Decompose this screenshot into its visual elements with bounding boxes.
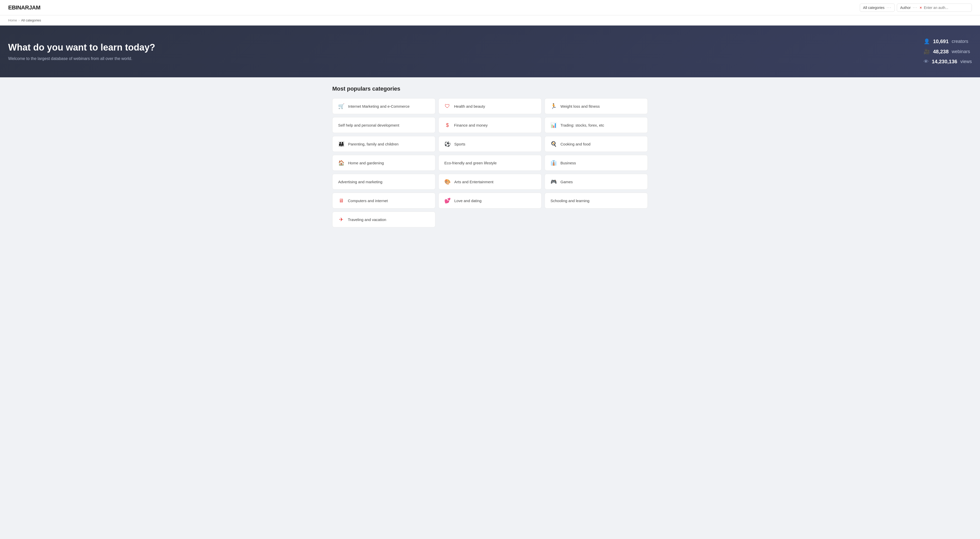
author-input[interactable] — [924, 6, 969, 10]
category-card-health-beauty[interactable]: 🛡Health and beauty — [438, 98, 542, 114]
hero-subtitle: Welcome to the largest database of webin… — [8, 56, 136, 61]
creators-icon: 👤 — [924, 38, 930, 45]
computers-label: Computers and internet — [348, 199, 388, 203]
author-filter-label: Author — [900, 6, 911, 10]
sports-icon: ⚽ — [444, 141, 451, 147]
finance-label: Finance and money — [454, 123, 488, 127]
views-count: 14,230,136 — [932, 59, 957, 65]
advertising-label: Advertising and marketing — [338, 180, 382, 184]
games-label: Games — [560, 180, 573, 184]
category-filter[interactable]: All categories ··· — [860, 3, 895, 12]
category-card-love[interactable]: 💕Love and dating — [438, 193, 542, 208]
category-card-finance[interactable]: $Finance and money — [438, 117, 542, 133]
category-card-internet-marketing[interactable]: 🛒Internet Marketing and e-Commerce — [332, 98, 435, 114]
category-filter-label: All categories — [863, 6, 885, 10]
cooking-label: Cooking and food — [560, 142, 590, 146]
creators-label: creators — [952, 39, 968, 44]
header: EBINARJAM All categories ··· Author ··· … — [0, 0, 980, 15]
breadcrumb-home[interactable]: Home — [8, 18, 17, 22]
category-card-parenting[interactable]: 👨‍👩‍👧Parenting, family and children — [332, 136, 435, 152]
hero-title: What do you want to learn today? — [8, 42, 908, 53]
webinars-count: 48,238 — [933, 49, 948, 55]
cooking-icon: 🍳 — [550, 141, 557, 147]
breadcrumb: Home › All categories — [0, 15, 980, 25]
category-card-self-help[interactable]: Self help and personal development — [332, 117, 435, 133]
webinars-icon: 🎥 — [924, 48, 930, 55]
internet-marketing-icon: 🛒 — [338, 103, 345, 109]
finance-icon: $ — [444, 122, 450, 128]
arts-icon: 🎨 — [444, 179, 451, 185]
love-label: Love and dating — [454, 199, 482, 203]
author-filter[interactable]: Author ··· × — [897, 3, 972, 12]
weight-loss-icon: 🏃 — [550, 103, 557, 109]
schooling-label: Schooling and learning — [550, 199, 590, 203]
business-label: Business — [560, 161, 576, 165]
travel-label: Traveling and vacation — [348, 218, 386, 222]
health-beauty-icon: 🛡 — [444, 103, 450, 109]
views-icon: 👁 — [924, 59, 929, 65]
category-card-travel[interactable]: ✈Traveling and vacation — [332, 211, 435, 227]
internet-marketing-label: Internet Marketing and e-Commerce — [348, 104, 410, 108]
main-content: Most populars categories 🛒Internet Marke… — [324, 77, 656, 235]
category-card-business[interactable]: 👔Business — [545, 155, 648, 171]
arts-label: Arts and Entertainment — [454, 180, 493, 184]
eco-label: Eco-friendly and green lifestyle — [444, 161, 496, 165]
parenting-icon: 👨‍👩‍👧 — [338, 141, 345, 147]
category-card-computers[interactable]: 🖥Computers and internet — [332, 193, 435, 208]
weight-loss-label: Weight loss and fitness — [560, 104, 600, 108]
section-title: Most populars categories — [332, 86, 648, 92]
trading-icon: 📊 — [550, 122, 557, 128]
category-filter-dots: ··· — [886, 5, 891, 10]
category-card-advertising[interactable]: Advertising and marketing — [332, 174, 435, 189]
category-card-eco[interactable]: Eco-friendly and green lifestyle — [438, 155, 542, 171]
category-card-arts[interactable]: 🎨Arts and Entertainment — [438, 174, 542, 189]
health-beauty-label: Health and beauty — [454, 104, 485, 108]
header-filters: All categories ··· Author ··· × — [860, 3, 972, 12]
webinars-label: webinars — [952, 49, 970, 54]
stat-webinars: 🎥 48,238 webinars — [924, 48, 972, 55]
views-label: views — [960, 59, 972, 64]
home-garden-icon: 🏠 — [338, 160, 345, 166]
category-card-weight-loss[interactable]: 🏃Weight loss and fitness — [545, 98, 648, 114]
computers-icon: 🖥 — [338, 198, 344, 204]
breadcrumb-separator: › — [19, 19, 20, 22]
author-filter-close[interactable]: × — [920, 6, 922, 10]
category-grid: 🛒Internet Marketing and e-Commerce🛡Healt… — [332, 98, 648, 227]
stat-views: 👁 14,230,136 views — [924, 59, 972, 65]
category-card-cooking[interactable]: 🍳Cooking and food — [545, 136, 648, 152]
stat-creators: 👤 10,691 creators — [924, 38, 972, 45]
sports-label: Sports — [454, 142, 465, 146]
category-card-home-garden[interactable]: 🏠Home and gardening — [332, 155, 435, 171]
category-card-sports[interactable]: ⚽Sports — [438, 136, 542, 152]
love-icon: 💕 — [444, 197, 451, 204]
logo: EBINARJAM — [8, 4, 40, 11]
games-icon: 🎮 — [550, 179, 557, 185]
category-card-trading[interactable]: 📊Trading: stocks, forex, etc — [545, 117, 648, 133]
hero-content: What do you want to learn today? Welcome… — [8, 42, 908, 61]
category-card-schooling[interactable]: Schooling and learning — [545, 193, 648, 208]
home-garden-label: Home and gardening — [348, 161, 384, 165]
travel-icon: ✈ — [338, 216, 344, 223]
breadcrumb-current: All categories — [21, 18, 41, 22]
trading-label: Trading: stocks, forex, etc — [560, 123, 604, 127]
hero-banner: What do you want to learn today? Welcome… — [0, 25, 980, 77]
creators-count: 10,691 — [933, 38, 948, 45]
parenting-label: Parenting, family and children — [348, 142, 399, 146]
hero-stats: 👤 10,691 creators 🎥 48,238 webinars 👁 14… — [924, 38, 972, 65]
category-card-games[interactable]: 🎮Games — [545, 174, 648, 189]
author-filter-dots: ··· — [913, 5, 918, 10]
business-icon: 👔 — [550, 160, 557, 166]
self-help-label: Self help and personal development — [338, 123, 399, 127]
